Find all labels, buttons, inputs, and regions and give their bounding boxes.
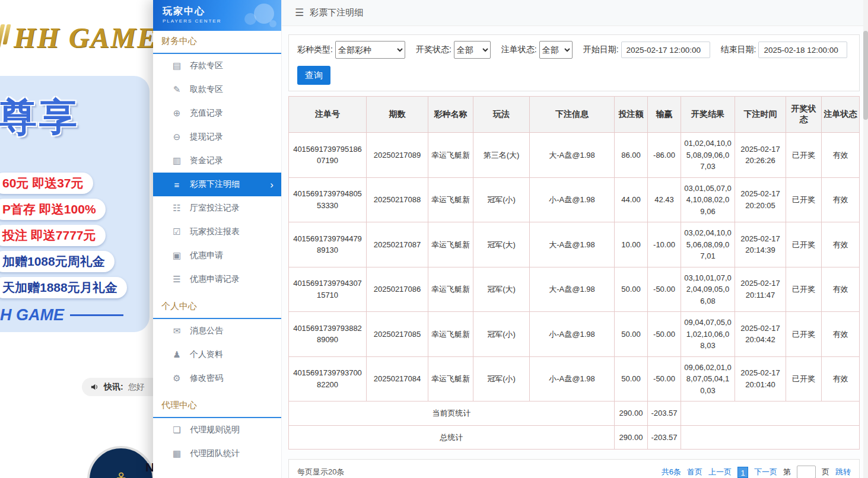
sidebar: 玩家中心 PLAYERS CENTER 财务中心▤存款专区✎取款专区⊕充值记录⊖… — [153, 0, 282, 478]
prev-page-link[interactable]: 上一页 — [708, 467, 732, 477]
col-header-order-id: 注单号 — [289, 97, 367, 133]
jump-button[interactable]: 跳转 — [835, 467, 851, 477]
cell-period: 20250217084 — [367, 356, 428, 401]
promo-brand-text: H GAME — [0, 306, 64, 324]
profile-icon: ♟ — [171, 349, 183, 360]
sidebar-item-recharge-record[interactable]: ⊕充值记录 — [153, 101, 281, 125]
summary-label: 总统计 — [289, 425, 615, 450]
sidebar-item-lottery-bets[interactable]: ≡彩票下注明细› — [153, 173, 281, 196]
cell-draw-result: 03,10,01,07,02,04,09,05,06,08 — [681, 267, 735, 312]
next-page-link[interactable]: 下一页 — [754, 467, 777, 477]
summary-win-loss: -203.57 — [648, 425, 681, 450]
table-row: 40156917397938828909020250217085幸运飞艇新冠军(… — [289, 312, 860, 357]
cell-bet-amount: 50.00 — [615, 267, 648, 312]
promo-apply-icon: ▣ — [171, 250, 183, 261]
table-row: 40156917397948055333020250217088幸运飞艇新冠军(… — [289, 177, 860, 222]
player-report-icon: ☑ — [171, 227, 183, 237]
promo-banner: 尊享 60元 即送37元P首存 即送100%投注 即送7777元加赠1088元周… — [0, 76, 150, 332]
summary-win-loss: -203.57 — [648, 401, 681, 426]
cell-play-type: 冠军(小) — [473, 312, 530, 357]
scrollbar-thumb[interactable] — [863, 31, 868, 120]
cell-period: 20250217085 — [367, 312, 428, 357]
site-logo: HH GAME — [0, 21, 157, 54]
cell-period: 20250217087 — [367, 222, 428, 267]
sidebar-item-agent-team[interactable]: ▦代理团队统计 — [153, 442, 281, 466]
cell-win-loss: -50.00 — [648, 267, 681, 312]
current-page[interactable]: 1 — [737, 467, 748, 478]
cell-bet-info: 大-A盘@1.98 — [530, 267, 615, 312]
sidebar-item-label: 个人资料 — [190, 349, 223, 360]
withdraw-icon: ✎ — [171, 84, 183, 95]
cell-win-loss: 42.43 — [648, 177, 681, 222]
start-date-input[interactable] — [621, 42, 710, 58]
cell-draw-result: 09,04,07,05,01,02,10,06,08,03 — [681, 312, 735, 357]
draw-status-label: 开奖状态: — [416, 44, 452, 55]
end-date-label: 结束日期: — [721, 44, 756, 55]
deposit-icon: ▤ — [171, 60, 183, 71]
summary-bet-amount: 290.00 — [615, 401, 648, 426]
end-date-input[interactable] — [758, 42, 847, 58]
brand-medallion: ⚓ — [87, 446, 155, 478]
cell-order-id: 401569173979430715710 — [289, 267, 367, 312]
vertical-scrollbar[interactable] — [863, 0, 868, 478]
cell-order-id: 401569173979480553330 — [289, 177, 367, 222]
cell-play-type: 冠军(大) — [473, 222, 530, 267]
sidebar-item-player-report[interactable]: ☑玩家投注报表 — [153, 220, 281, 244]
cell-bet-time: 2025-02-17 20:04:42 — [735, 312, 786, 357]
sidebar-item-announcements[interactable]: ✉消息公告 — [153, 319, 281, 343]
page-jump-input[interactable] — [797, 466, 816, 478]
summary-row: 当前页统计290.00-203.57 — [289, 401, 860, 426]
first-page-link[interactable]: 首页 — [687, 467, 702, 477]
players-center-panel: 玩家中心 PLAYERS CENTER 财务中心▤存款专区✎取款专区⊕充值记录⊖… — [153, 0, 868, 478]
cell-bet-amount: 10.00 — [615, 222, 648, 267]
cell-bet-time: 2025-02-17 20:20:05 — [735, 177, 786, 222]
sidebar-item-withdraw[interactable]: ✎取款专区 — [153, 78, 281, 101]
sidebar-item-agent-rules[interactable]: ❏代理规则说明 — [153, 418, 281, 442]
cell-period: 20250217086 — [367, 267, 428, 312]
withdraw-record-icon: ⊖ — [171, 132, 183, 142]
promo-pill: 天加赠1888元月礼金 — [0, 277, 127, 298]
col-header-bet-amount: 投注额 — [615, 97, 648, 133]
main-header: ☰ 彩票下注明细 — [282, 0, 868, 26]
sidebar-item-label: 取款专区 — [190, 84, 223, 95]
sidebar-item-promo-apply-record[interactable]: ☰优惠申请记录 — [153, 267, 281, 291]
cell-draw-status: 已开奖 — [786, 177, 822, 222]
sidebar-item-funds-record[interactable]: ▥资金记录 — [153, 149, 281, 173]
summary-empty — [681, 401, 860, 426]
cell-lottery-name: 幸运飞艇新 — [428, 312, 473, 357]
cell-order-id: 401569173979388289090 — [289, 312, 367, 357]
search-button[interactable]: 查询 — [297, 66, 330, 85]
promo-pills: 60元 即送37元P首存 即送100%投注 即送7777元加赠1088元周礼金天… — [0, 173, 127, 303]
sidebar-sections: 财务中心▤存款专区✎取款专区⊕充值记录⊖提现记录▥资金记录≡彩票下注明细›☷厅室… — [153, 36, 281, 466]
cell-draw-result: 03,01,05,07,04,10,08,02,09,06 — [681, 177, 735, 222]
section-title: 代理中心 — [153, 400, 281, 418]
cell-draw-status: 已开奖 — [786, 356, 822, 401]
cell-order-id: 401569173979447989130 — [289, 222, 367, 267]
col-header-lottery-name: 彩种名称 — [428, 97, 473, 133]
sidebar-item-label: 存款专区 — [190, 60, 223, 71]
logo-text: HH GAME — [14, 21, 157, 54]
sidebar-item-withdraw-record[interactable]: ⊖提现记录 — [153, 125, 281, 149]
funds-record-icon: ▥ — [171, 155, 183, 166]
summary-label: 当前页统计 — [289, 401, 615, 426]
menu-toggle-icon[interactable]: ☰ — [295, 7, 304, 19]
sidebar-item-profile[interactable]: ♟个人资料 — [153, 343, 281, 367]
promo-pill: 加赠1088元周礼金 — [0, 251, 115, 272]
order-status-select[interactable]: 全部 — [539, 41, 573, 59]
sidebar-item-deposit[interactable]: ▤存款专区 — [153, 54, 281, 78]
lottery-type-select[interactable]: 全部彩种 — [335, 41, 405, 59]
col-header-play-type: 玩法 — [473, 97, 530, 133]
table-row: 40156917397951860719020250217089幸运飞艇新第三名… — [289, 133, 860, 178]
draw-status-select[interactable]: 全部 — [454, 41, 491, 59]
brand-dash — [70, 314, 123, 316]
sidebar-item-change-password[interactable]: ⚙修改密码 — [153, 367, 281, 390]
sidebar-item-label: 充值记录 — [190, 108, 223, 119]
sidebar-item-label: 厅室投注记录 — [190, 203, 240, 213]
cell-bet-info: 大-A盘@1.98 — [530, 133, 615, 178]
col-header-bet-time: 下注时间 — [735, 97, 786, 133]
cell-bet-time: 2025-02-17 20:26:26 — [735, 133, 786, 178]
table-row: 40156917397944798913020250217087幸运飞艇新冠军(… — [289, 222, 860, 267]
sidebar-item-hall-bets[interactable]: ☷厅室投注记录 — [153, 196, 281, 220]
cell-win-loss: -50.00 — [648, 312, 681, 357]
sidebar-item-promo-apply[interactable]: ▣优惠申请 — [153, 244, 281, 267]
